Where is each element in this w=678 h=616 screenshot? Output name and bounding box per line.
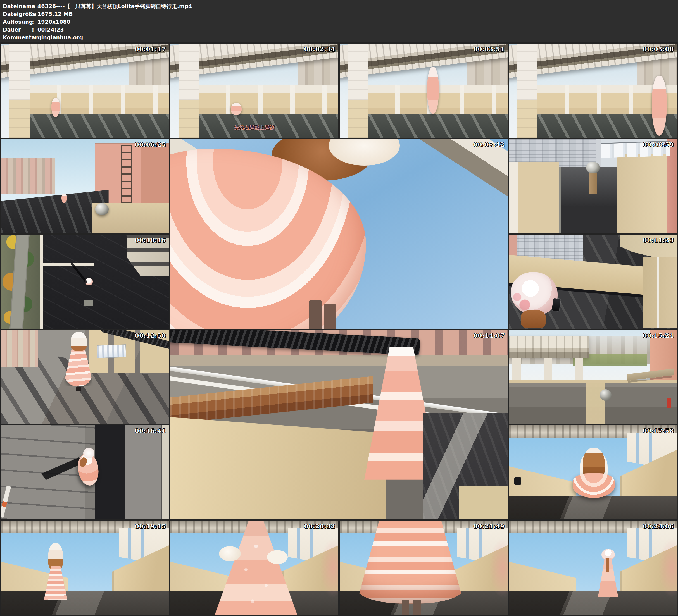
timestamp-overlay: 00:06:25 <box>135 141 166 148</box>
video-frame-12: 00:15:24 <box>509 330 677 424</box>
video-frame-14: 00:17:58 <box>509 425 677 519</box>
field-value: qinglanhua.org <box>37 34 83 41</box>
scene-layer-f <box>9 44 30 138</box>
scene-layer-f <box>83 448 94 458</box>
field-value: 1675.12 MB <box>37 10 73 18</box>
timestamp-overlay: 00:02:34 <box>304 45 335 52</box>
scene-layer-f <box>1 591 169 615</box>
scene-layer-f <box>348 44 368 138</box>
field-label: Auflösung <box>3 18 32 26</box>
video-frame-6: 00:07:42 <box>171 139 507 329</box>
frame-artwork <box>509 521 677 615</box>
scene-layer-c <box>509 162 559 233</box>
video-frame-7: 00:08:59 <box>509 139 677 233</box>
scene-layer-d <box>509 336 590 358</box>
file-info-row: Dateigröße:1675.12 MB <box>3 10 678 18</box>
video-frame-17: 00:21:49 <box>340 521 507 615</box>
burned-in-subtitle: 先给右脚戴上脚镣 <box>171 124 338 131</box>
video-frame-4: 00:05:08 <box>509 44 677 138</box>
timestamp-overlay: 00:21:49 <box>474 523 504 530</box>
scene-layer-f <box>97 345 126 358</box>
timestamp-overlay: 00:23:06 <box>643 523 674 530</box>
field-separator: : <box>32 10 37 18</box>
timestamp-overlay: 00:12:50 <box>135 332 166 339</box>
scene-layer-h <box>573 473 614 498</box>
frame-artwork <box>509 330 677 424</box>
timestamp-overlay: 00:19:15 <box>135 523 166 530</box>
file-info-row: Dateiname:46326----【一只苒苒】天台楼顶Lolita手铐脚铐自… <box>3 2 678 10</box>
file-info-row: Dauer:00:24:23 <box>3 26 678 34</box>
timestamp-overlay: 00:03:51 <box>474 45 504 52</box>
scene-layer-b <box>1 158 55 194</box>
frame-artwork <box>171 139 507 329</box>
scene-layer-g <box>231 103 242 115</box>
timestamp-overlay: 00:14:07 <box>474 332 504 339</box>
timestamp-overlay: 00:05:08 <box>643 45 674 52</box>
video-frame-18: 00:23:06 <box>509 521 677 615</box>
thumbnail-sheet: 00:01:1700:02:34先给右脚戴上脚镣00:03:5100:05:08… <box>0 42 678 616</box>
timestamp-overlay: 00:16:41 <box>135 427 166 434</box>
scene-layer-g <box>51 98 60 117</box>
frame-artwork <box>1 425 169 519</box>
video-frame-2: 00:02:34先给右脚戴上脚镣 <box>171 44 338 138</box>
scene-layer-f <box>509 591 677 615</box>
scene-layer-e <box>40 263 93 266</box>
scene-layer-e <box>643 257 677 329</box>
scene-layer-h <box>402 600 409 615</box>
timestamp-overlay: 00:07:42 <box>474 141 504 148</box>
scene-layer-c <box>25 85 169 116</box>
field-separator: : <box>32 26 37 34</box>
timestamp-overlay: 00:01:17 <box>135 45 166 52</box>
frame-artwork <box>1 521 169 615</box>
scene-layer-f <box>179 44 199 138</box>
frame-artwork <box>1 330 169 424</box>
timestamp-overlay: 00:20:32 <box>304 523 335 530</box>
scene-layer-c <box>162 425 169 519</box>
frame-artwork <box>509 139 677 233</box>
scene-layer-g <box>521 310 546 329</box>
field-separator: : <box>32 2 37 10</box>
field-label: Kommentar <box>3 34 32 41</box>
video-frame-5: 00:06:25 <box>1 139 169 233</box>
frame-artwork <box>1 44 169 138</box>
timestamp-overlay: 00:08:59 <box>643 141 674 148</box>
scene-layer-f <box>509 496 677 519</box>
scene-layer-h <box>62 194 67 203</box>
video-frame-13: 00:16:41 <box>1 425 169 519</box>
file-info-header: Dateiname:46326----【一只苒苒】天台楼顶Lolita手铐脚铐自… <box>0 0 678 42</box>
scene-layer-g <box>95 203 109 215</box>
scene-layer-h <box>219 546 241 561</box>
video-frame-8: 00:10:16 <box>1 235 169 329</box>
field-value: 00:24:23 <box>37 26 64 34</box>
frame-artwork <box>171 521 338 615</box>
frame-artwork <box>1 235 169 329</box>
frame-artwork <box>171 44 338 138</box>
field-separator: : <box>32 34 37 41</box>
frame-artwork <box>340 44 507 138</box>
frame-artwork <box>509 235 677 329</box>
timestamp-overlay: 00:17:58 <box>643 427 674 434</box>
timestamp-overlay: 00:10:16 <box>135 236 166 243</box>
file-info-row: Auflösung:1920x1080 <box>3 18 678 26</box>
field-label: Dateigröße <box>3 10 32 18</box>
file-info-row: Kommentar:qinglanhua.org <box>3 34 678 41</box>
frame-artwork <box>509 425 677 519</box>
scene-layer-d <box>25 114 169 138</box>
video-frame-15: 00:19:15 <box>1 521 169 615</box>
scene-layer-c <box>1 330 38 368</box>
frame-artwork <box>340 521 507 615</box>
scene-layer-g <box>652 76 667 136</box>
scene-layer-g <box>427 67 439 114</box>
timestamp-overlay: 00:15:24 <box>643 332 674 339</box>
scene-layer-g <box>509 380 677 424</box>
frame-artwork <box>171 330 507 519</box>
field-label: Dateiname <box>3 2 32 10</box>
video-frame-3: 00:03:51 <box>340 44 507 138</box>
frame-artwork <box>509 44 677 138</box>
scene-layer-h <box>309 300 322 329</box>
field-separator: : <box>32 18 37 26</box>
scene-layer-c <box>194 85 338 116</box>
video-frame-16: 00:20:32 <box>171 521 338 615</box>
timestamp-overlay: 00:11:33 <box>643 236 674 243</box>
video-frame-10: 00:12:50 <box>1 330 169 424</box>
